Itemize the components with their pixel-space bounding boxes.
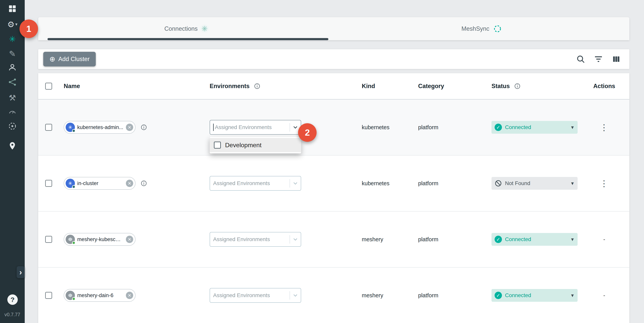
environment-option-label: Development <box>225 142 262 149</box>
performance-dial-icon <box>8 107 17 118</box>
add-cluster-button[interactable]: ⊕ Add Cluster <box>43 52 96 67</box>
header-category: Category <box>418 83 444 90</box>
sidebar-expand-button[interactable]: › <box>16 266 25 278</box>
table-row: ✳ in-cluster × Assigned Environments kub… <box>38 156 629 211</box>
chevron-right-icon: › <box>19 268 22 277</box>
meshery-avatar-icon <box>66 235 75 244</box>
kebab-menu-icon[interactable]: ⋮ <box>600 178 609 188</box>
sidebar-item-users[interactable] <box>4 62 21 75</box>
kubernetes-avatar-icon: ✳ <box>66 123 75 132</box>
actions-empty: - <box>603 236 605 243</box>
status-info-icon[interactable] <box>514 83 521 89</box>
check-circle-icon: ✓ <box>494 124 502 131</box>
status-label: Not Found <box>505 180 530 186</box>
kubernetes-avatar-icon: ✳ <box>66 179 75 188</box>
annotation-step-badge: 2 <box>298 123 316 142</box>
status-chip[interactable]: ✓ Connected ▾ <box>492 233 578 246</box>
chevron-down-icon[interactable] <box>290 292 301 299</box>
chip-delete-icon[interactable]: × <box>126 236 133 243</box>
sidebar-item-mesh[interactable] <box>4 77 21 90</box>
sidebar-item-performance[interactable] <box>4 106 21 119</box>
environments-placeholder: Assigned Environments <box>213 236 290 242</box>
kind-value: kubernetes <box>362 180 390 187</box>
check-circle-icon: ✓ <box>494 236 502 243</box>
table-row: meshery-kubescop... × Assigned Environme… <box>38 211 629 267</box>
help-button[interactable]: ? <box>7 294 18 305</box>
category-value: platform <box>418 124 438 131</box>
connections-snowflake-icon: ✳ <box>202 25 208 33</box>
chevron-down-icon: ▾ <box>571 180 574 186</box>
chip-delete-icon[interactable]: × <box>126 180 133 187</box>
row-checkbox[interactable] <box>45 292 52 299</box>
connection-name-chip[interactable]: meshery-kubescop... × <box>64 233 136 246</box>
connection-info-icon[interactable] <box>140 180 147 187</box>
sidebar-item-dashboard[interactable] <box>4 3 21 16</box>
chevron-down-icon: ▾ <box>571 236 574 242</box>
row-checkbox[interactable] <box>45 124 52 131</box>
environments-select[interactable]: Assigned Environments <box>210 288 301 303</box>
sidebar-item-location[interactable] <box>4 140 21 153</box>
header-name: Name <box>64 83 80 90</box>
category-value: platform <box>418 292 438 299</box>
table-row: ✳ kubernetes-admin... × Assigned Environ… <box>38 100 629 156</box>
tools-icon: ⚒ <box>9 93 16 103</box>
environments-select[interactable]: Assigned Environments <box>210 232 301 247</box>
select-all-checkbox[interactable] <box>45 83 52 90</box>
chevron-down-icon[interactable] <box>290 180 301 187</box>
meshsync-spinner-icon <box>493 25 502 33</box>
slash-circle-icon <box>494 180 502 187</box>
chevron-down-icon[interactable] <box>290 236 301 243</box>
kebab-menu-icon[interactable]: ⋮ <box>600 123 609 132</box>
chevron-down-icon: ▾ <box>15 22 17 27</box>
environment-option-checkbox[interactable] <box>214 142 221 149</box>
status-chip[interactable]: Not Found ▾ <box>492 177 578 190</box>
connection-name-chip[interactable]: ✳ in-cluster × <box>64 177 136 190</box>
question-icon: ? <box>10 296 15 303</box>
header-actions: Actions <box>593 83 615 90</box>
sidebar-item-extensions[interactable] <box>4 121 21 134</box>
kind-value: meshery <box>362 236 383 243</box>
row-checkbox[interactable] <box>45 236 52 243</box>
connection-info-icon[interactable] <box>140 124 147 131</box>
header-status: Status <box>492 83 510 90</box>
environments-placeholder: Assigned Environments <box>213 180 290 186</box>
chip-delete-icon[interactable]: × <box>126 124 133 131</box>
tab-meshsync[interactable]: MeshSync <box>334 17 629 40</box>
connection-name: meshery-dain-6 <box>77 292 124 298</box>
sidebar-item-lifecycle[interactable]: ✳ <box>4 33 21 46</box>
kind-value: kubernetes <box>362 124 390 131</box>
tab-meshsync-label: MeshSync <box>462 25 489 32</box>
environments-select[interactable]: Assigned Environments <box>210 176 301 191</box>
connection-name-chip[interactable]: meshery-dain-6 × <box>64 289 136 302</box>
sidebar-item-toolkit[interactable]: ⚒ <box>4 91 21 104</box>
chevron-down-icon: ▾ <box>571 292 574 298</box>
status-label: Connected <box>505 236 531 242</box>
kubernetes-icon: ✳ <box>9 34 16 44</box>
connection-name-chip[interactable]: ✳ kubernetes-admin... × <box>64 121 136 134</box>
view-columns-icon[interactable] <box>612 55 621 64</box>
table-row: meshery-dain-6 × Assigned Environments m… <box>38 267 629 323</box>
environments-select[interactable]: Assigned Environments <box>210 120 301 135</box>
tab-connections[interactable]: Connections ✳ <box>38 17 334 40</box>
status-label: Connected <box>505 292 531 298</box>
status-chip[interactable]: ✓ Connected ▾ <box>492 289 578 302</box>
connections-table: Name Environments Kind Category Status A… <box>38 73 629 323</box>
toolbar-actions <box>576 55 621 64</box>
sidebar-item-configuration[interactable]: ✎ <box>4 47 21 60</box>
check-circle-icon: ✓ <box>494 292 502 299</box>
search-icon[interactable] <box>576 55 585 64</box>
sidebar-item-settings[interactable]: ⚙ ▾ <box>4 18 21 31</box>
environments-placeholder: Assigned Environments <box>213 292 290 298</box>
row-checkbox[interactable] <box>45 180 52 187</box>
status-chip[interactable]: ✓ Connected ▾ <box>492 121 578 134</box>
text-cursor <box>213 124 214 131</box>
chip-delete-icon[interactable]: × <box>126 292 133 299</box>
user-icon <box>8 63 17 74</box>
filter-icon[interactable] <box>594 55 603 64</box>
category-value: platform <box>418 180 438 187</box>
mesh-network-icon <box>8 78 17 89</box>
environments-info-icon[interactable] <box>254 83 260 89</box>
environment-option-development[interactable]: Development <box>210 138 301 152</box>
category-value: platform <box>418 236 438 243</box>
chevron-down-icon: ▾ <box>571 124 574 130</box>
